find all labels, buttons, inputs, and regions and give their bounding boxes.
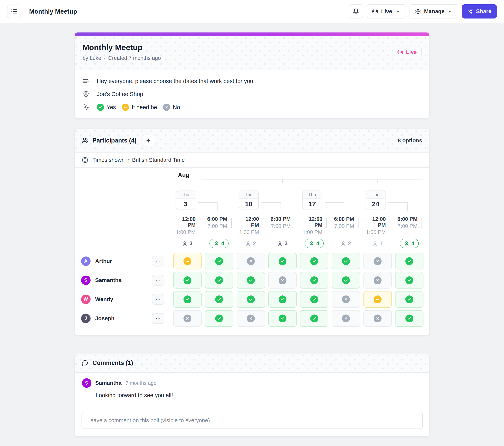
time-range-bracket [356, 218, 359, 228]
yes-vote-icon [215, 295, 223, 303]
yes-vote-icon [279, 315, 287, 322]
vote-cell-yes [205, 291, 233, 308]
poll-list-button[interactable] [7, 4, 21, 18]
top-vote-count-pill: 4 [210, 239, 229, 248]
vote-cell-ifNeedBe [173, 253, 202, 269]
vote-cell-yes [332, 272, 360, 288]
page-title: Monthly Meetup [29, 8, 77, 15]
slot-end-time: 1:00 PM [237, 229, 265, 235]
vote-cell-yes [300, 272, 328, 288]
date-chip-weekday: Thu [239, 191, 258, 199]
participant-row: AArthur [75, 251, 429, 271]
vote-counts-row: 34234214 [173, 235, 429, 251]
date-connector [388, 202, 407, 203]
timeline-tick [282, 179, 283, 183]
person-icon [341, 241, 346, 246]
participant-menu-button[interactable] [152, 294, 164, 305]
slot-end-time: 1:00 PM [363, 229, 392, 235]
yes-vote-icon [310, 295, 318, 303]
date-chip-weekday: Thu [176, 191, 195, 199]
time-range-bracket [197, 218, 200, 228]
poll-author: by Luke [83, 55, 101, 61]
poll-location-row: Joe's Coffee Shop [83, 91, 421, 97]
manage-dropdown[interactable]: Manage [410, 4, 458, 18]
vote-count-cell: 2 [237, 240, 265, 247]
vote-count-cell: 4 [205, 239, 233, 248]
timeline-tick [314, 179, 314, 183]
person-icon [277, 241, 283, 246]
participant-menu-button[interactable] [152, 275, 164, 285]
text-lines-icon [83, 78, 89, 84]
participant-row: JJoseph [75, 309, 429, 328]
participant-name: Joseph [95, 315, 152, 321]
vote-cell-no [363, 310, 392, 327]
participant-name: Wendy [95, 296, 152, 303]
manage-label: Manage [424, 8, 445, 15]
yes-vote-icon [310, 276, 318, 284]
comment-text: Looking forward to see you all! [96, 392, 422, 399]
vote-count-number: 2 [348, 240, 351, 247]
vote-cell-no [268, 272, 297, 288]
yes-vote-icon [247, 295, 255, 303]
date-chip: Thu17 [302, 191, 322, 209]
slot-end-time: 1:00 PM [173, 229, 202, 235]
month-label: Aug [178, 172, 189, 178]
no-vote-icon [247, 257, 255, 265]
comment-menu-button[interactable] [162, 380, 168, 386]
live-badge-label: Live [406, 49, 416, 55]
add-participant-button[interactable] [143, 135, 154, 146]
vote-cell-yes [237, 291, 265, 308]
comment-bubble-icon [82, 360, 89, 366]
person-icon [372, 241, 378, 246]
participants-title: Participants (4) [92, 137, 137, 144]
vote-count-cell: 3 [268, 240, 297, 247]
timezone-bar: Times shown in British Standard Time [75, 153, 429, 168]
no-vote-icon [163, 104, 170, 111]
time-slot: 6:00 PM7:00 PM [268, 211, 297, 235]
participant-menu-button[interactable] [152, 313, 164, 324]
yes-vote-icon [405, 315, 413, 322]
yes-vote-icon [405, 276, 413, 284]
calendar-header: AugThu3Thu10Thu17Thu24 [173, 168, 429, 211]
participant-menu-button[interactable] [152, 256, 164, 267]
no-vote-icon [374, 257, 381, 265]
date-connector [344, 202, 344, 211]
ellipsis-icon [155, 316, 161, 321]
live-status-dropdown[interactable]: Live [367, 4, 406, 18]
participant-info: AArthur [81, 256, 173, 267]
avatar: S [82, 378, 91, 388]
participants-card: Participants (4) 8 options Times shown i… [74, 128, 430, 335]
poll-title: Monthly Meetup [83, 43, 161, 52]
top-vote-count-pill: 4 [305, 239, 324, 248]
comments-list: SSamantha7 months agoLooking forward to … [75, 373, 429, 407]
comment-author: Samantha [95, 380, 122, 386]
time-slot: 6:00 PM7:00 PM [332, 211, 360, 235]
vote-count-number: 2 [253, 240, 256, 247]
comment-footer [75, 407, 429, 436]
share-button[interactable]: Share [462, 4, 497, 18]
vote-legend-row: YesIf need beNo [83, 104, 421, 111]
comment-input[interactable] [82, 412, 423, 429]
comment: SSamantha7 months agoLooking forward to … [75, 373, 429, 407]
avatar: W [81, 295, 90, 304]
avatar: S [81, 276, 90, 285]
time-range-bracket [261, 218, 263, 228]
live-status-badge: Live [393, 46, 421, 58]
vote-cell-yes [300, 310, 328, 327]
poll-header: Monthly Meetup by Luke • Created 7 month… [75, 36, 429, 70]
vote-cell-yes [268, 253, 297, 269]
poll-card: Monthly Meetup by Luke • Created 7 month… [74, 32, 430, 119]
vote-count-number: 4 [316, 240, 319, 247]
notifications-button[interactable] [349, 4, 363, 18]
date-connector [407, 202, 408, 211]
byline-separator: • [104, 56, 106, 61]
globe-icon [82, 157, 88, 163]
time-slot: 6:00 PM7:00 PM [205, 211, 233, 235]
date-chip-day: 17 [303, 199, 322, 209]
vote-count-number: 3 [285, 240, 288, 247]
vote-cell-no [237, 310, 265, 327]
vote-cell-yes [395, 310, 423, 327]
yes-vote-icon [183, 295, 191, 303]
participant-rows: AArthurSSamanthaWWendyJJoseph [75, 251, 429, 328]
ifNeedBe-vote-icon [183, 257, 191, 265]
